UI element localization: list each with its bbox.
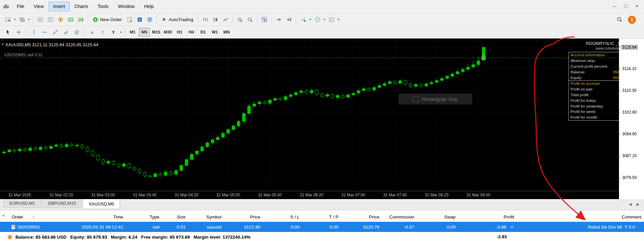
templates-button[interactable] — [326, 15, 336, 24]
vertical-line-button[interactable] — [29, 28, 39, 37]
channel-button[interactable] — [61, 28, 71, 37]
open-trade-row[interactable]: 282029001 2025.03.31 09:12:41 sell 0.01 … — [0, 222, 644, 232]
price-axis[interactable]: 3125.643118.103110.303102.603094.903087.… — [619, 39, 644, 199]
timeframe-m1-button[interactable]: M1 — [127, 28, 138, 37]
column-header-profit[interactable]: Profit — [458, 214, 517, 220]
tab-gbpusd-m15[interactable]: GBPUSD,M15 — [42, 199, 82, 208]
new-chart-button[interactable] — [3, 15, 13, 24]
timeframe-w1-button[interactable]: W1 — [209, 28, 220, 37]
menu-view[interactable]: View — [29, 2, 49, 11]
cursor-button[interactable] — [3, 28, 13, 37]
terminal-button[interactable] — [65, 15, 75, 24]
text-button[interactable]: A — [87, 28, 97, 37]
menu-file[interactable]: File — [12, 2, 29, 11]
ea-info-label: Equity: — [571, 76, 582, 80]
price-axis-label: 3102.60 — [622, 110, 637, 115]
strategy-tester-button[interactable] — [75, 15, 86, 24]
profiles-dropdown-icon[interactable]: ▾ — [27, 18, 31, 21]
close-button[interactable]: × — [632, 1, 642, 10]
profiles-button[interactable] — [17, 15, 27, 24]
zoom-in-button[interactable] — [235, 15, 245, 24]
trendline-button[interactable] — [50, 28, 61, 37]
trade-size-cell: 0.01 — [162, 225, 188, 230]
column-header-order[interactable]: Order∕ — [10, 214, 57, 220]
community-button[interactable] — [145, 15, 155, 24]
timeframe-group: M1M5M15M30H1H4D1W1MN — [127, 28, 232, 37]
timeframe-h4-button[interactable]: H4 — [186, 28, 197, 37]
time-axis-label: 31 Mar 02:20 — [50, 193, 73, 197]
timeframe-h1-button[interactable]: H1 — [174, 28, 185, 37]
notifications-badge[interactable]: 1 — [628, 16, 636, 24]
bar-chart-button[interactable] — [200, 15, 210, 24]
horizontal-line-button[interactable] — [39, 28, 50, 37]
fibonacci-button[interactable] — [71, 28, 82, 37]
timeframe-m5-button[interactable]: M5 — [139, 28, 150, 37]
crosshair-button[interactable] — [13, 28, 24, 37]
minimize-button[interactable]: – — [609, 1, 619, 10]
column-header-comment[interactable]: Comment — [517, 214, 644, 220]
column-header-commission[interactable]: Commission — [382, 214, 417, 220]
auto-scroll-button[interactable] — [274, 15, 284, 24]
indicators-button[interactable] — [298, 15, 308, 24]
market-watch-button[interactable] — [35, 15, 45, 24]
tab-xauusd-m5[interactable]: XAUUSD,M5 — [83, 199, 120, 209]
menu-help[interactable]: Help — [139, 2, 158, 11]
column-header-time[interactable]: Time — [57, 214, 126, 220]
time-axis[interactable]: 31 Mar 202531 Mar 02:2031 Mar 03:0031 Ma… — [0, 191, 619, 199]
navigator-button[interactable] — [55, 15, 65, 24]
price-axis-tick — [619, 112, 621, 113]
periods-dropdown-icon[interactable]: ▾ — [322, 18, 326, 21]
new-order-icon — [93, 17, 98, 22]
trade-table-header[interactable]: Order∕TimeTypeSizeSymbolPriceS / LT / PP… — [0, 212, 644, 222]
tile-windows-button[interactable] — [259, 15, 269, 24]
trade-type-cell: sell — [126, 225, 162, 230]
new-chart-dropdown-icon[interactable]: ▾ — [13, 18, 17, 21]
price-axis-tick — [619, 47, 621, 48]
text-label-button[interactable]: T — [97, 28, 108, 37]
menu-charts[interactable]: Charts — [70, 2, 93, 11]
separator — [84, 28, 85, 36]
ea-info-label: Profit for week: — [571, 110, 596, 114]
candlestick-chart-button[interactable] — [210, 15, 220, 24]
column-header-size[interactable]: Size — [162, 214, 188, 220]
indicators-dropdown-icon[interactable]: ▾ — [308, 18, 312, 21]
separator — [88, 15, 88, 23]
tab-eurusd-m1[interactable]: EURUSD,M1 — [3, 199, 41, 208]
tab-scroll-left-icon[interactable]: ◀ — [629, 202, 632, 206]
autotrading-button[interactable]: AutoTrading — [159, 15, 196, 24]
line-chart-button[interactable] — [220, 15, 230, 24]
new-order-button[interactable]: New Order — [90, 15, 124, 24]
metaeditor-button[interactable] — [124, 15, 135, 24]
mql5-button[interactable]: 5 — [135, 15, 145, 24]
timeframe-m30-button[interactable]: M30 — [162, 28, 173, 37]
separator — [198, 15, 198, 23]
templates-dropdown-icon[interactable]: ▾ — [336, 18, 340, 21]
svg-text:T: T — [102, 30, 104, 34]
column-header-symbol[interactable]: Symbol — [188, 214, 224, 220]
column-header-price[interactable]: Price — [224, 214, 263, 220]
arrows-button[interactable] — [108, 28, 119, 37]
column-header-t-p[interactable]: T / P — [302, 214, 341, 220]
menu-window[interactable]: Window — [113, 2, 140, 11]
menu-tools[interactable]: Tools — [93, 2, 113, 11]
arrows-dropdown-icon[interactable]: ▾ — [119, 30, 123, 34]
timeframe-d1-button[interactable]: D1 — [198, 28, 209, 37]
timeframe-m15-button[interactable]: M15 — [151, 28, 162, 37]
restore-button[interactable]: □ — [621, 1, 631, 10]
search-button[interactable] — [616, 16, 623, 24]
column-header-price[interactable]: Price — [341, 214, 382, 220]
column-header-s-l[interactable]: S / L — [263, 214, 302, 220]
periods-button[interactable] — [312, 15, 322, 24]
tab-scroll-buttons: ◀ ▶ — [629, 202, 639, 206]
chart-window[interactable]: ▼ XAUUSD,M5 3121.11 3125.64 3120.85 3125… — [0, 39, 644, 199]
column-header-type[interactable]: Type — [126, 214, 162, 220]
zoom-out-button[interactable] — [245, 15, 255, 24]
data-window-button[interactable] — [45, 15, 55, 24]
close-trade-icon[interactable]: × — [509, 224, 514, 230]
column-header-swap[interactable]: Swap — [417, 214, 458, 220]
tab-scroll-right-icon[interactable]: ▶ — [637, 202, 639, 206]
chart-shift-button[interactable] — [284, 15, 294, 24]
chart-plot[interactable] — [0, 39, 619, 191]
menu-insert[interactable]: Insert — [49, 2, 70, 11]
timeframe-mn-button[interactable]: MN — [221, 28, 232, 37]
